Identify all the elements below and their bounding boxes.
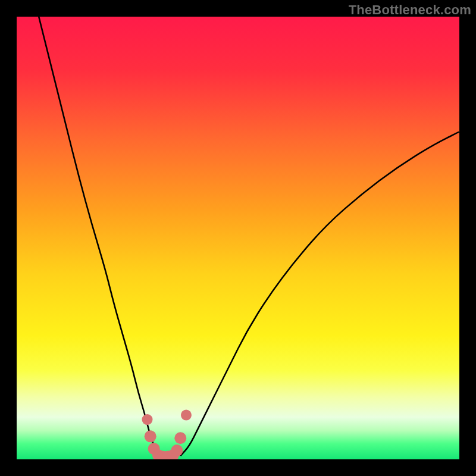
watermark-text: TheBottleneck.com bbox=[349, 2, 471, 18]
trough-marker bbox=[145, 430, 156, 442]
plot-svg bbox=[17, 17, 459, 459]
gradient-background bbox=[17, 17, 459, 459]
trough-marker bbox=[174, 432, 186, 444]
plot-area bbox=[17, 17, 459, 459]
trough-marker bbox=[142, 414, 152, 425]
trough-marker bbox=[171, 444, 183, 456]
chart-stage: TheBottleneck.com bbox=[0, 0, 476, 476]
trough-marker bbox=[181, 410, 192, 421]
